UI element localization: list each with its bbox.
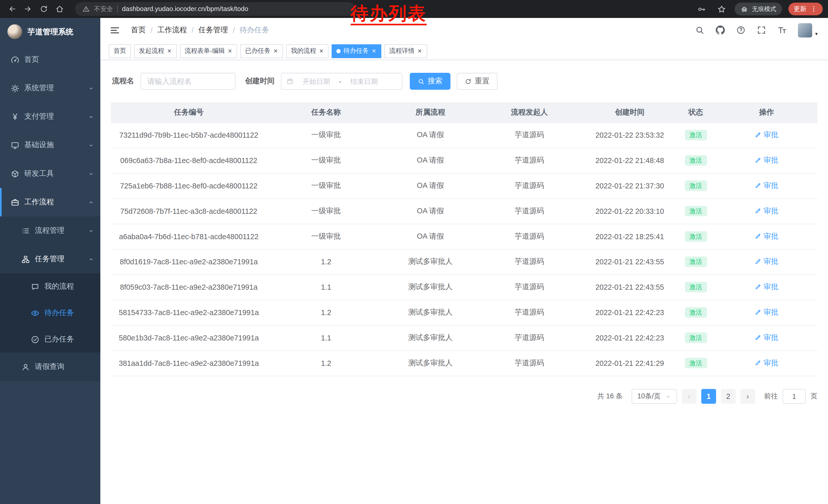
reload-icon xyxy=(40,5,48,13)
chevron-down-icon xyxy=(88,171,94,177)
tab-my-process[interactable]: 我的流程 × xyxy=(286,44,329,58)
hamburger-icon xyxy=(110,25,120,35)
approve-link[interactable]: 审批 xyxy=(755,358,779,368)
一级审批: 069c6a63-7b8a-11ec-8ef0-acde48001122 一级审… xyxy=(111,148,818,173)
edit-icon xyxy=(755,233,761,240)
close-icon[interactable]: × xyxy=(273,47,278,54)
task-name-cell: 1.2 xyxy=(267,300,385,325)
approve-link[interactable]: 审批 xyxy=(755,155,779,165)
tab-label: 已办任务 xyxy=(245,46,271,55)
page-2-button[interactable]: 2 xyxy=(721,389,736,404)
sidebar-item-done-tasks[interactable]: 已办任务 xyxy=(0,326,100,353)
goto-page-input[interactable] xyxy=(783,389,806,404)
sidebar-item-todo-tasks[interactable]: 待办任务 xyxy=(0,300,100,326)
close-icon[interactable]: × xyxy=(227,47,233,54)
page-size-select[interactable]: 10条/页 xyxy=(631,389,677,404)
filter-bar: 流程名 创建时间 - 搜索 重置 xyxy=(112,73,497,90)
pagination: 共 16 条 10条/页 ‹ 12 › 前往 页 xyxy=(528,389,818,404)
sidebar-item-leave-query[interactable]: 请假查询 xyxy=(0,353,100,381)
back-button[interactable] xyxy=(5,2,19,16)
process-name-input[interactable] xyxy=(140,73,236,90)
tab-home[interactable]: 首页 × xyxy=(109,44,131,58)
reset-button[interactable]: 重置 xyxy=(457,73,498,90)
sidebar-item-my-process[interactable]: 我的流程 xyxy=(0,273,100,300)
approve-link[interactable]: 审批 xyxy=(755,333,779,342)
chevron-up-icon xyxy=(88,199,94,205)
approve-link[interactable]: 审批 xyxy=(755,181,779,190)
font-size-icon xyxy=(778,26,787,35)
tab-done-tasks[interactable]: 已办任务 × xyxy=(240,44,283,58)
sidebar-item-system[interactable]: 系统管理 xyxy=(0,74,100,102)
sidebar-item-payment[interactable]: 支付管理 xyxy=(0,102,100,131)
fullscreen-icon xyxy=(757,26,766,35)
app-logo[interactable]: 芋道管理系统 xyxy=(0,18,100,45)
security-label: 不安全 xyxy=(94,4,113,13)
starter-cell: 芋道源码 xyxy=(475,325,584,351)
next-page-button[interactable]: › xyxy=(740,389,755,404)
refresh-icon xyxy=(465,78,472,85)
task-id-cell: 580e1b3d-7ac8-11ec-a9e2-a2380e71991a xyxy=(111,325,266,351)
approve-link[interactable]: 审批 xyxy=(755,308,779,317)
bookmark-button[interactable] xyxy=(714,2,728,16)
sidebar-item-process-management[interactable]: 流程管理 xyxy=(0,216,100,245)
tab-form-edit[interactable]: 流程表单-编辑 × xyxy=(180,44,237,58)
help-button[interactable] xyxy=(736,26,746,35)
approve-link[interactable]: 审批 xyxy=(755,130,779,140)
sidebar-item-home[interactable]: 首页 xyxy=(0,45,100,74)
close-icon[interactable]: × xyxy=(417,47,422,54)
一级审批: a6aba0a4-7b6d-11ec-b781-acde48001122 一级审… xyxy=(111,224,818,249)
starter-cell: 芋道源码 xyxy=(475,173,584,198)
chrome-update-button[interactable]: 更新 xyxy=(788,3,823,15)
page-1-button[interactable]: 1 xyxy=(701,389,716,404)
page-unit-label: 页 xyxy=(811,392,818,401)
status-badge: 激活 xyxy=(685,231,707,242)
tab-todo-tasks[interactable]: 待办任务 × xyxy=(332,44,381,58)
address-bar[interactable]: 不安全 dashboard.yudao.iocoder.cn/bpm/task/… xyxy=(75,2,355,16)
update-label: 更新 xyxy=(794,4,806,13)
forward-button[interactable] xyxy=(21,2,35,16)
status-badge: 激活 xyxy=(685,307,707,318)
user-menu[interactable]: ▼ xyxy=(798,23,819,37)
process-cell: OA 请假 xyxy=(385,198,475,224)
breadcrumb-link[interactable]: 任务管理 xyxy=(199,26,228,35)
font-size-button[interactable] xyxy=(778,26,787,35)
tab-label: 发起流程 xyxy=(139,46,164,55)
chevron-down-icon xyxy=(88,114,94,120)
home-icon xyxy=(55,5,64,13)
tab-process-detail[interactable]: 流程详情 × xyxy=(384,44,427,58)
create-time-cell: 2022-01-21 22:41:29 xyxy=(584,351,676,376)
password-key-button[interactable] xyxy=(694,2,708,16)
end-date-input[interactable] xyxy=(344,78,384,85)
fullscreen-button[interactable] xyxy=(757,26,766,35)
breadcrumb-link[interactable]: 工作流程 xyxy=(157,26,187,35)
prev-page-button[interactable]: ‹ xyxy=(682,389,697,404)
close-icon[interactable]: × xyxy=(319,47,324,54)
home-button[interactable] xyxy=(53,2,67,16)
sidebar-item-devtools[interactable]: 研发工具 xyxy=(0,159,100,188)
incognito-badge[interactable]: 无痕模式 xyxy=(735,3,782,15)
sidebar-toggle[interactable] xyxy=(110,25,121,36)
approve-link[interactable]: 审批 xyxy=(755,282,779,292)
github-button[interactable] xyxy=(716,26,725,35)
close-icon[interactable]: × xyxy=(167,47,172,54)
approve-link[interactable]: 审批 xyxy=(755,206,779,216)
sidebar-item-label: 工作流程 xyxy=(25,197,54,207)
date-range-picker[interactable]: - xyxy=(281,73,403,90)
breadcrumb-link[interactable]: 首页 xyxy=(131,26,146,35)
一级审批: 75d72608-7b7f-11ec-a3c8-acde48001122 一级审… xyxy=(111,198,818,224)
app-title: 芋道管理系统 xyxy=(28,27,73,37)
sidebar-item-workflow[interactable]: 工作流程 xyxy=(0,188,100,216)
approve-link[interactable]: 审批 xyxy=(755,257,779,266)
reload-button[interactable] xyxy=(37,2,51,16)
header-search-button[interactable] xyxy=(695,26,704,35)
breadcrumb-separator: / xyxy=(233,26,235,34)
breadcrumb-link[interactable]: 待办任务 xyxy=(240,26,269,35)
approve-link[interactable]: 审批 xyxy=(755,231,779,241)
tab-start-process[interactable]: 发起流程 × xyxy=(134,44,177,58)
edit-icon xyxy=(755,208,761,215)
sidebar-item-infrastructure[interactable]: 基础设施 xyxy=(0,131,100,159)
start-date-input[interactable] xyxy=(296,78,336,85)
sidebar-item-task-management[interactable]: 任务管理 xyxy=(0,245,100,273)
close-icon[interactable]: × xyxy=(371,47,377,54)
search-button[interactable]: 搜索 xyxy=(410,73,451,90)
